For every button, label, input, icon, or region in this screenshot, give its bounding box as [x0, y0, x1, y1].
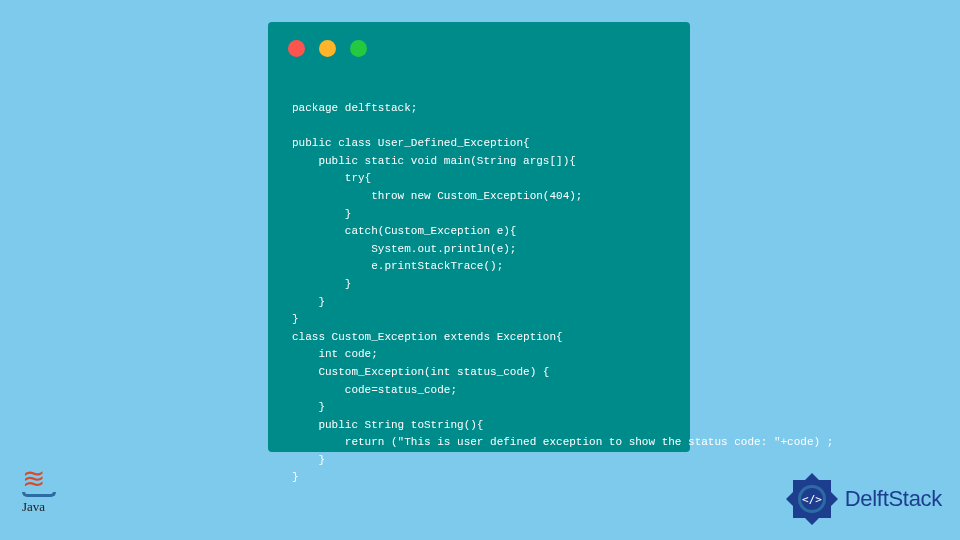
window-controls — [288, 40, 367, 57]
java-label: Java — [22, 499, 66, 515]
java-cup-icon — [22, 492, 56, 497]
code-glyph-icon: </> — [802, 493, 822, 506]
code-content: package delftstack; public class User_De… — [292, 100, 833, 487]
java-logo: ≋ Java — [22, 468, 66, 528]
close-dot-icon — [288, 40, 305, 57]
delftstack-label: DelftStack — [845, 486, 942, 512]
maximize-dot-icon — [350, 40, 367, 57]
delftstack-emblem-icon: </> — [785, 472, 839, 526]
code-window: package delftstack; public class User_De… — [268, 22, 690, 452]
delftstack-logo: </> DelftStack — [785, 472, 942, 526]
minimize-dot-icon — [319, 40, 336, 57]
java-steam-icon: ≋ — [22, 468, 66, 490]
